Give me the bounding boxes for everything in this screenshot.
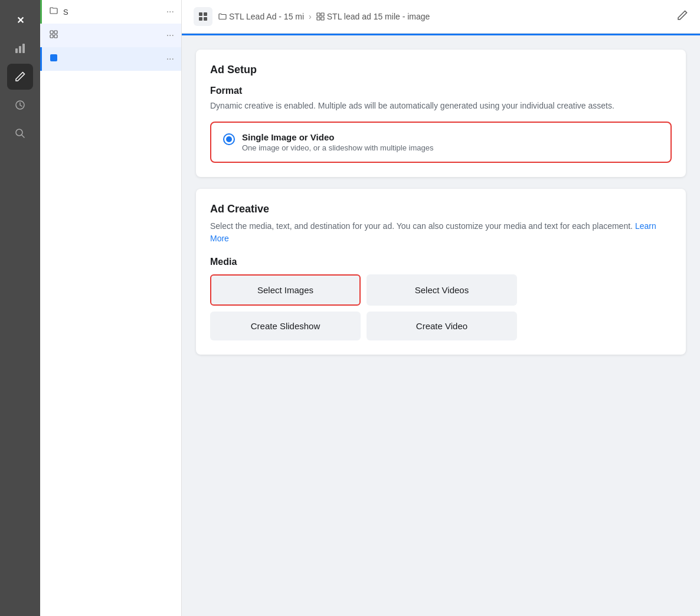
svg-rect-10 — [50, 54, 57, 61]
svg-rect-15 — [317, 13, 320, 16]
svg-point-4 — [16, 129, 22, 136]
create-slideshow-button[interactable]: Create Slideshow — [210, 312, 361, 340]
edit-button[interactable] — [676, 9, 688, 24]
radio-button-single[interactable] — [223, 133, 235, 145]
edit-icon-button[interactable] — [7, 64, 33, 90]
breadcrumb-adset: STL lead ad 15 mile - image — [316, 12, 430, 21]
nav-more-icon[interactable]: ··· — [166, 6, 174, 17]
media-label: Media — [210, 257, 672, 267]
breadcrumb-separator: › — [309, 12, 312, 21]
topbar-icon-button[interactable] — [194, 7, 212, 26]
ad-setup-card: Ad Setup Format Dynamic creative is enab… — [196, 50, 686, 177]
svg-rect-1 — [19, 46, 21, 53]
clock-icon-button[interactable] — [7, 92, 33, 118]
radio-inner-dot — [226, 136, 232, 142]
breadcrumb-grid-icon — [316, 12, 325, 21]
svg-rect-12 — [204, 12, 207, 16]
select-videos-button[interactable]: Select Videos — [367, 274, 517, 306]
breadcrumb-adset-text: STL lead ad 15 mile - image — [327, 12, 430, 21]
nav-more-icon-2[interactable]: ··· — [166, 30, 174, 41]
nav-item-ad[interactable]: ··· — [40, 47, 181, 71]
option-desc: One image or video, or a slideshow with … — [242, 143, 433, 152]
close-button[interactable]: ✕ — [7, 7, 33, 33]
ad-setup-title: Ad Setup — [210, 64, 672, 76]
breadcrumb: STL Lead Ad - 15 mi › STL lead ad 15 mil… — [218, 12, 430, 21]
svg-line-5 — [22, 135, 24, 137]
ad-creative-description-text: Select the media, text, and destination … — [210, 221, 635, 231]
nav-campaign-label: S — [63, 8, 162, 17]
svg-rect-9 — [54, 35, 57, 38]
breadcrumb-campaign: STL Lead Ad - 15 mi — [218, 12, 304, 21]
ad-creative-card: Ad Creative Select the media, text, and … — [196, 189, 686, 355]
ad-creative-title: Ad Creative — [210, 203, 672, 215]
topbar: STL Lead Ad - 15 mi › STL lead ad 15 mil… — [182, 0, 700, 34]
svg-rect-16 — [321, 13, 324, 16]
breadcrumb-campaign-text: STL Lead Ad - 15 mi — [229, 12, 304, 21]
select-images-button[interactable]: Select Images — [210, 274, 361, 306]
ad-creative-description: Select the media, text, and destination … — [210, 220, 672, 245]
folder-icon — [49, 6, 58, 18]
format-label: Format — [210, 86, 672, 96]
media-buttons-grid: Select Images Select Videos Create Slide… — [210, 274, 517, 340]
breadcrumb-folder-icon — [218, 12, 227, 21]
topbar-right — [676, 9, 688, 24]
svg-rect-17 — [317, 17, 320, 20]
nav-item-adset[interactable]: ··· — [40, 24, 181, 47]
svg-rect-2 — [22, 44, 25, 53]
sidebar-nav: S ··· ··· — [40, 0, 182, 616]
svg-rect-11 — [199, 12, 202, 16]
create-video-button[interactable]: Create Video — [367, 312, 517, 340]
svg-rect-6 — [50, 31, 53, 34]
format-option-single[interactable]: Single Image or Video One image or video… — [210, 122, 672, 163]
svg-rect-14 — [204, 17, 207, 21]
format-description: Dynamic creative is enabled. Multiple ad… — [210, 100, 672, 112]
sidebar-icons: ✕ — [0, 0, 40, 616]
format-option-text: Single Image or Video One image or video… — [242, 132, 433, 152]
svg-rect-8 — [50, 35, 53, 38]
main-content: STL Lead Ad - 15 mi › STL lead ad 15 mil… — [182, 0, 700, 616]
svg-rect-0 — [15, 48, 18, 53]
grid-icon — [49, 30, 58, 41]
chart-icon-button[interactable] — [7, 35, 33, 61]
ad-icon — [49, 53, 58, 65]
svg-rect-13 — [199, 17, 202, 21]
svg-rect-18 — [321, 17, 324, 20]
nav-item-campaign[interactable]: S ··· — [40, 0, 181, 24]
option-title: Single Image or Video — [242, 132, 433, 142]
content-area: Ad Setup Format Dynamic creative is enab… — [182, 35, 700, 616]
search-icon-button[interactable] — [7, 120, 33, 146]
nav-more-icon-3[interactable]: ··· — [166, 54, 174, 64]
svg-rect-7 — [54, 31, 57, 34]
